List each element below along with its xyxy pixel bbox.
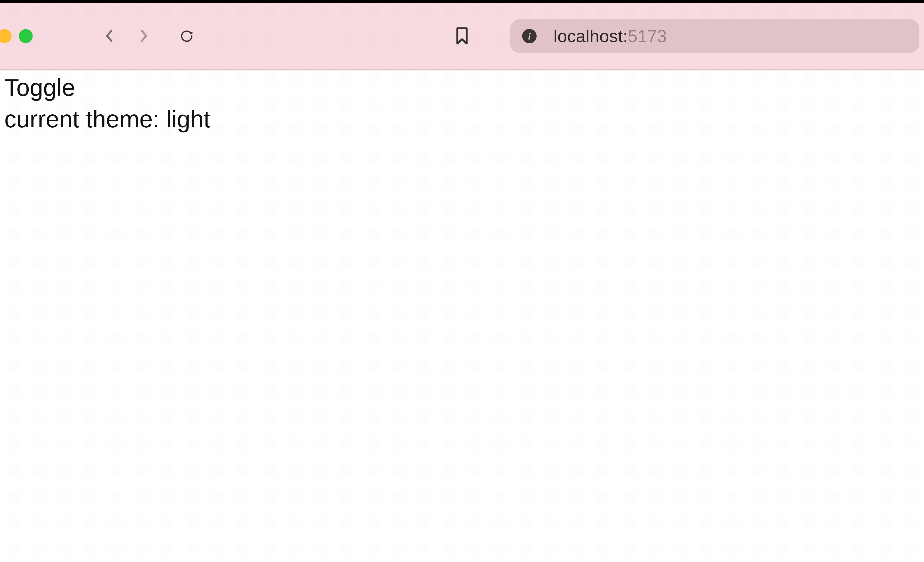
page-content: Toggle current theme: light (4, 74, 920, 135)
browser-window: i localhost:5173 Toggle current theme: l… (0, 0, 924, 562)
url-host: localhost: (554, 27, 628, 46)
back-button[interactable] (100, 27, 119, 46)
reload-icon (180, 29, 194, 44)
reload-button[interactable] (177, 27, 196, 46)
nav-buttons (100, 27, 196, 46)
info-glyph: i (528, 31, 531, 42)
forward-button[interactable] (134, 27, 153, 46)
site-info-icon[interactable]: i (522, 29, 537, 44)
url-port: 5173 (628, 27, 667, 46)
theme-status-text: current theme: light (4, 103, 920, 135)
bookmark-button[interactable] (452, 27, 472, 46)
page-viewport: Toggle current theme: light (0, 70, 924, 562)
url-text: localhost:5173 (554, 26, 667, 46)
toggle-theme-button[interactable]: Toggle (4, 74, 75, 101)
address-bar[interactable]: i localhost:5173 (510, 19, 919, 53)
chevron-right-icon (136, 29, 150, 44)
chevron-left-icon (103, 29, 117, 44)
window-maximize-button[interactable] (19, 29, 33, 43)
window-minimize-button[interactable] (0, 29, 12, 43)
bookmark-icon (455, 27, 469, 45)
browser-chrome: i localhost:5173 (0, 3, 924, 70)
traffic-lights (0, 29, 33, 43)
svg-point-0 (190, 32, 193, 34)
